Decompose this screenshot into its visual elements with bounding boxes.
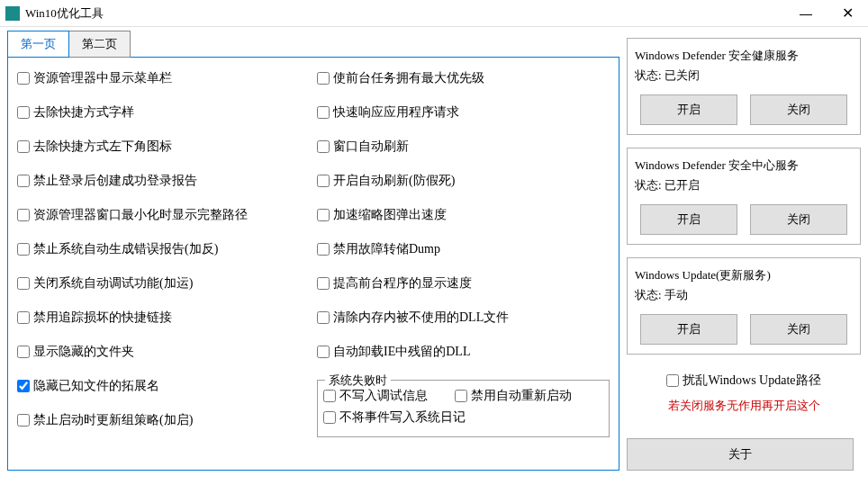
checkbox[interactable] xyxy=(17,311,30,324)
chk-foreground-priority[interactable]: 使前台任务拥有最大优先级 xyxy=(317,70,610,86)
left-panel: 第一页 第二页 资源管理器中显示菜单栏 去除快捷方式字样 去除快捷方式左下角图标… xyxy=(7,31,619,471)
chk-disturb-update-path[interactable]: 扰乱Windows Update路径 xyxy=(666,373,820,389)
defender-health-off-button[interactable]: 关闭 xyxy=(750,94,847,125)
chk-disable-broken-links[interactable]: 禁用追踪损坏的快捷链接 xyxy=(17,310,310,326)
chk-no-debug-info[interactable]: 不写入调试信息 xyxy=(323,388,428,404)
chk-label: 禁用追踪损坏的快捷链接 xyxy=(33,310,172,326)
minimize-button[interactable]: — xyxy=(785,0,827,27)
service-status: 状态: 已关闭 xyxy=(635,67,853,84)
checkbox[interactable] xyxy=(317,175,330,187)
defender-center-on-button[interactable]: 开启 xyxy=(640,204,737,235)
chk-label: 扰乱Windows Update路径 xyxy=(683,373,820,389)
checkbox[interactable] xyxy=(666,374,679,387)
service-title: Windows Defender 安全中心服务 xyxy=(635,157,853,174)
system-fail-group: 系统失败时 不写入调试信息 禁用自动重新启动 不将事件写入系统日记 xyxy=(317,380,610,437)
chk-label: 提高前台程序的显示速度 xyxy=(333,275,472,292)
chk-hide-extensions[interactable]: 隐藏已知文件的拓展名 xyxy=(17,378,310,394)
chk-unload-ie-dll[interactable]: 自动卸载IE中残留的DLL xyxy=(317,344,610,360)
status-value: 已开启 xyxy=(665,178,700,192)
chk-label: 禁用故障转储Dump xyxy=(333,241,440,257)
checkbox[interactable] xyxy=(17,346,30,358)
checkbox[interactable] xyxy=(317,277,330,290)
right-column: 使前台任务拥有最大优先级 快速响应应用程序请求 窗口自动刷新 开启自动刷新(防假… xyxy=(317,70,610,437)
status-value: 手动 xyxy=(665,288,688,301)
chk-label: 不将事件写入系统日记 xyxy=(339,409,466,426)
chk-label: 不写入调试信息 xyxy=(339,388,428,404)
checkbox[interactable] xyxy=(317,209,330,221)
status-value: 已关闭 xyxy=(665,68,700,82)
defender-center-off-button[interactable]: 关闭 xyxy=(750,204,847,235)
checkbox[interactable] xyxy=(17,140,30,153)
defender-health-on-button[interactable]: 开启 xyxy=(640,94,737,125)
chk-disable-auto-restart[interactable]: 禁用自动重新启动 xyxy=(455,388,572,404)
checkbox[interactable] xyxy=(17,106,30,119)
chk-label: 快速响应应用程序请求 xyxy=(333,104,459,121)
service-defender-center: Windows Defender 安全中心服务 状态: 已开启 开启 关闭 xyxy=(627,148,861,245)
chk-label: 资源管理器中显示菜单栏 xyxy=(33,70,172,86)
checkbox[interactable] xyxy=(455,390,467,402)
chk-label: 资源管理器窗口最小化时显示完整路径 xyxy=(33,207,248,223)
status-label: 状态: xyxy=(635,288,662,301)
chk-label: 窗口自动刷新 xyxy=(333,139,409,155)
left-column: 资源管理器中显示菜单栏 去除快捷方式字样 去除快捷方式左下角图标 禁止登录后创建… xyxy=(17,70,310,437)
close-button[interactable]: ✕ xyxy=(827,0,868,27)
tab-page2[interactable]: 第二页 xyxy=(68,31,131,58)
checkbox[interactable] xyxy=(17,243,30,256)
chk-disable-dump[interactable]: 禁用故障转储Dump xyxy=(317,241,610,257)
checkbox[interactable] xyxy=(317,346,330,358)
checkbox[interactable] xyxy=(17,277,30,290)
chk-disable-auto-debug[interactable]: 关闭系统自动调试功能(加运) xyxy=(17,275,310,292)
chk-fast-response[interactable]: 快速响应应用程序请求 xyxy=(317,104,610,121)
app-icon xyxy=(5,6,20,21)
chk-thumbnail-speed[interactable]: 加速缩略图弹出速度 xyxy=(317,207,610,223)
right-panel: Windows Defender 安全健康服务 状态: 已关闭 开启 关闭 Wi… xyxy=(627,31,861,471)
chk-auto-refresh-antifreeze[interactable]: 开启自动刷新(防假死) xyxy=(317,173,610,189)
status-label: 状态: xyxy=(635,178,662,192)
checkbox[interactable] xyxy=(317,140,330,153)
service-windows-update: Windows Update(更新服务) 状态: 手动 开启 关闭 xyxy=(627,257,861,355)
chk-disable-error-report[interactable]: 禁止系统自动生成错误报告(加反) xyxy=(17,241,310,257)
chk-foreground-display[interactable]: 提高前台程序的显示速度 xyxy=(317,275,610,292)
service-defender-health: Windows Defender 安全健康服务 状态: 已关闭 开启 关闭 xyxy=(627,38,861,135)
chk-disable-gp-update[interactable]: 禁止启动时更新组策略(加启) xyxy=(17,412,310,428)
group-legend: 系统失败时 xyxy=(325,373,391,389)
chk-disable-login-report[interactable]: 禁止登录后创建成功登录报告 xyxy=(17,173,310,189)
status-label: 状态: xyxy=(635,68,662,82)
service-status: 状态: 已开启 xyxy=(635,177,853,193)
chk-label: 去除快捷方式左下角图标 xyxy=(33,139,172,155)
chk-show-full-path[interactable]: 资源管理器窗口最小化时显示完整路径 xyxy=(17,207,310,223)
service-title: Windows Defender 安全健康服务 xyxy=(635,48,853,64)
chk-label: 禁止系统自动生成错误报告(加反) xyxy=(33,241,218,257)
checkbox[interactable] xyxy=(317,106,330,119)
tab-content: 资源管理器中显示菜单栏 去除快捷方式字样 去除快捷方式左下角图标 禁止登录后创建… xyxy=(7,57,619,471)
checkbox[interactable] xyxy=(317,72,330,85)
checkbox[interactable] xyxy=(317,243,330,256)
chk-auto-refresh[interactable]: 窗口自动刷新 xyxy=(317,139,610,155)
windows-update-on-button[interactable]: 开启 xyxy=(640,314,737,345)
chk-label: 去除快捷方式字样 xyxy=(33,104,134,121)
checkbox[interactable] xyxy=(17,72,30,85)
checkbox[interactable] xyxy=(17,414,30,427)
chk-remove-shortcut-icon[interactable]: 去除快捷方式左下角图标 xyxy=(17,139,310,155)
chk-label: 加速缩略图弹出速度 xyxy=(333,207,447,223)
chk-label: 禁止登录后创建成功登录报告 xyxy=(33,173,197,189)
chk-clear-unused-dll[interactable]: 清除内存内被不使用的DLL文件 xyxy=(317,310,610,326)
windows-update-off-button[interactable]: 关闭 xyxy=(750,314,847,345)
chk-no-event-log[interactable]: 不将事件写入系统日记 xyxy=(323,409,466,426)
checkbox[interactable] xyxy=(17,209,30,221)
chk-label: 清除内存内被不使用的DLL文件 xyxy=(333,310,509,326)
checkbox[interactable] xyxy=(17,380,30,392)
tab-page1[interactable]: 第一页 xyxy=(7,31,69,58)
checkbox[interactable] xyxy=(323,390,336,402)
checkbox[interactable] xyxy=(17,175,30,187)
info-area: 扰乱Windows Update路径 若关闭服务无作用再开启这个 xyxy=(627,373,861,414)
window-title: Win10优化工具 xyxy=(25,5,785,22)
checkbox[interactable] xyxy=(323,411,336,424)
chk-show-hidden[interactable]: 显示隐藏的文件夹 xyxy=(17,344,310,360)
checkbox[interactable] xyxy=(317,311,330,324)
chk-label: 隐藏已知文件的拓展名 xyxy=(33,378,159,394)
chk-label: 禁用自动重新启动 xyxy=(471,388,572,404)
chk-remove-shortcut-text[interactable]: 去除快捷方式字样 xyxy=(17,104,310,121)
about-button[interactable]: 关于 xyxy=(627,438,854,471)
chk-explorer-menubar[interactable]: 资源管理器中显示菜单栏 xyxy=(17,70,310,86)
